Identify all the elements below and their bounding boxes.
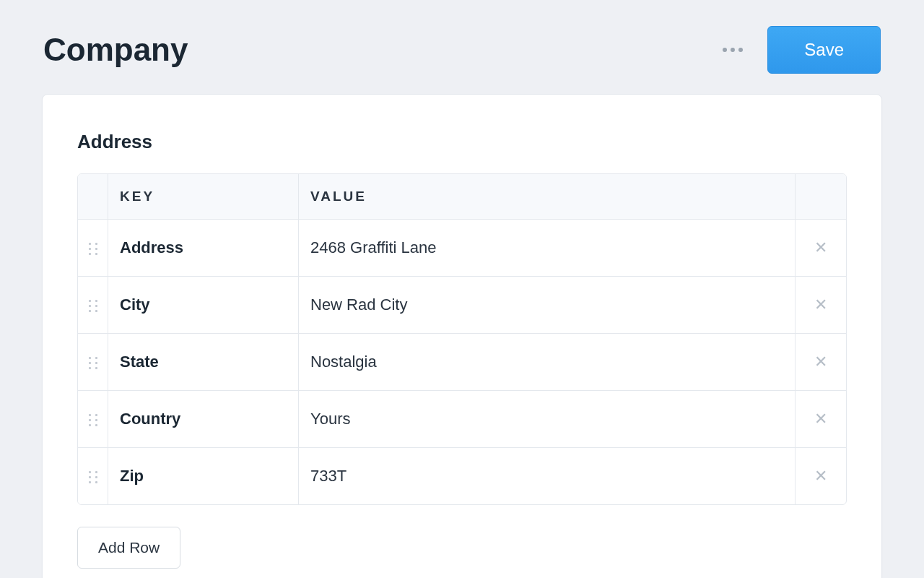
remove-row-button[interactable]: ✕: [807, 350, 834, 374]
page-title: Company: [43, 32, 188, 68]
drag-handle-icon[interactable]: [89, 461, 97, 493]
drag-handle-cell[interactable]: [78, 334, 108, 391]
drag-handle-icon[interactable]: [89, 404, 97, 436]
table-row: CountryYours✕: [78, 391, 846, 448]
row-remove-cell: ✕: [795, 277, 846, 334]
drag-handle-cell[interactable]: [78, 391, 108, 448]
add-row-button[interactable]: Add Row: [77, 527, 180, 569]
table-header-row: Key Value: [78, 174, 846, 220]
table-row: StateNostalgia✕: [78, 334, 846, 391]
section-title: Address: [77, 131, 847, 153]
row-remove-cell: ✕: [795, 220, 846, 277]
column-header-handle: [78, 174, 108, 220]
ellipsis-icon: [738, 48, 743, 52]
row-key[interactable]: Country: [108, 391, 299, 448]
row-value[interactable]: Yours: [299, 391, 795, 448]
row-value[interactable]: 2468 Graffiti Lane: [299, 220, 795, 277]
table-row: Address2468 Graffiti Lane✕: [78, 220, 846, 277]
remove-row-button[interactable]: ✕: [807, 464, 834, 488]
ellipsis-icon: [731, 48, 735, 52]
drag-handle-icon[interactable]: [89, 233, 97, 265]
close-icon: ✕: [814, 238, 827, 256]
remove-row-button[interactable]: ✕: [807, 407, 834, 431]
close-icon: ✕: [814, 467, 827, 485]
row-remove-cell: ✕: [795, 448, 846, 504]
header-actions: Save: [718, 26, 881, 74]
row-key[interactable]: Address: [108, 220, 299, 277]
drag-handle-cell[interactable]: [78, 448, 108, 504]
remove-row-button[interactable]: ✕: [807, 293, 834, 317]
row-remove-cell: ✕: [795, 391, 846, 448]
close-icon: ✕: [814, 410, 827, 428]
column-header-value: Value: [299, 174, 795, 220]
row-value[interactable]: New Rad City: [299, 277, 795, 334]
remove-row-button[interactable]: ✕: [807, 236, 834, 260]
drag-handle-icon[interactable]: [89, 290, 97, 322]
ellipsis-icon: [723, 48, 727, 52]
row-key[interactable]: Zip: [108, 448, 299, 504]
address-card: Address Key Value Address2468 Graffiti L…: [42, 94, 882, 578]
row-value[interactable]: 733T: [299, 448, 795, 504]
row-value[interactable]: Nostalgia: [299, 334, 795, 391]
row-remove-cell: ✕: [795, 334, 846, 391]
table-row: CityNew Rad City✕: [78, 277, 846, 334]
close-icon: ✕: [814, 353, 827, 371]
row-key[interactable]: City: [108, 277, 299, 334]
drag-handle-cell[interactable]: [78, 277, 108, 334]
drag-handle-icon[interactable]: [89, 347, 97, 379]
key-value-table: Key Value Address2468 Graffiti Lane✕City…: [77, 173, 847, 505]
save-button[interactable]: Save: [767, 26, 881, 74]
column-header-remove: [795, 174, 846, 220]
column-header-key: Key: [108, 174, 299, 220]
table-row: Zip733T✕: [78, 448, 846, 504]
drag-handle-cell[interactable]: [78, 220, 108, 277]
close-icon: ✕: [814, 296, 827, 314]
page-header: Company Save: [0, 0, 924, 94]
more-actions-button[interactable]: [718, 43, 747, 56]
row-key[interactable]: State: [108, 334, 299, 391]
